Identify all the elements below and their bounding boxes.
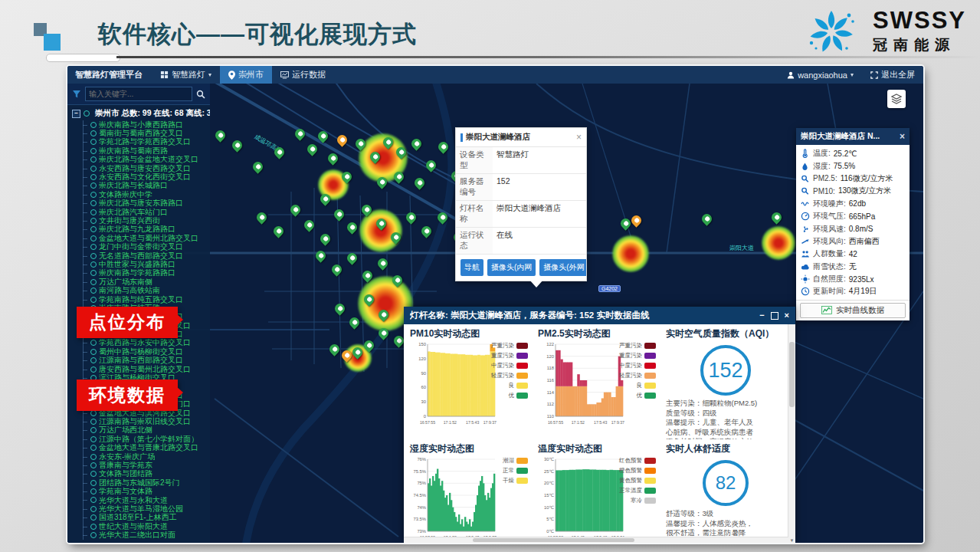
popup-button[interactable]: 导航 xyxy=(461,259,483,276)
svg-text:30: 30 xyxy=(421,399,426,404)
list-item[interactable]: 崇庆北路与金盆地大道交叉口 xyxy=(78,156,210,164)
legend-item: 良 xyxy=(491,382,528,389)
svg-text:17:1:52: 17:1:52 xyxy=(444,420,457,425)
lamp-node-icon xyxy=(90,253,97,259)
svg-text:74.5%: 74.5% xyxy=(414,493,426,498)
popup-row: 设备类型 智慧路灯 xyxy=(456,147,586,174)
scrollbar-thumb[interactable] xyxy=(789,342,795,408)
env-panel-title: 崇阳大道澜峰酒店 N... xyxy=(801,131,900,142)
list-item[interactable]: 崇庆南路与蜀南西路 xyxy=(78,146,210,155)
list-item[interactable]: 永安西路与唐安西路交叉口 xyxy=(78,164,210,172)
list-item[interactable]: 永安东-崇庆广场 xyxy=(78,452,210,461)
nav-menu-running-data[interactable]: 运行数据 xyxy=(272,66,334,84)
list-item[interactable]: 崇庆北路与九龙路路口 xyxy=(78,225,210,234)
list-item[interactable]: 唐安西路与蜀州北路交叉口 xyxy=(78,365,210,373)
list-item[interactable]: 永安西路与文化西街交叉口 xyxy=(78,172,210,181)
popup-button[interactable]: 摄像头(内网 xyxy=(487,259,536,276)
list-item[interactable]: 蜀南街与蜀南西路交叉口 xyxy=(78,129,210,137)
app-brand: 智慧路灯管理平台 xyxy=(67,66,152,84)
env-row-label: 更新时间: xyxy=(813,286,846,297)
list-item[interactable]: 崇庆南路与学苑路路口 xyxy=(78,269,210,278)
nav-menu-city[interactable]: 崇州市 xyxy=(220,66,272,84)
map-layers-button[interactable] xyxy=(887,90,906,108)
list-item[interactable]: 无名道路与西部路交叉口 xyxy=(78,251,210,260)
svg-text:120: 120 xyxy=(546,354,554,359)
list-item[interactable]: 文井街与唐兴西街 xyxy=(78,216,210,225)
list-item[interactable]: 文体路与团结路 xyxy=(78,470,210,478)
list-item[interactable]: 万达广场西北侧 xyxy=(78,426,210,435)
list-item-label: 万达广场东南侧 xyxy=(99,278,152,286)
nav-label: 崇州市 xyxy=(238,69,264,80)
list-item[interactable]: 蜀州中路与杨柳街交叉口 xyxy=(78,347,210,356)
list-item[interactable]: 崇庆北路与唐安东路路口 xyxy=(78,199,210,208)
nav-menu-lamps[interactable]: 智慧路灯 ▾ xyxy=(152,66,220,84)
horizontal-scrollbar[interactable] xyxy=(404,537,788,543)
env-row: 湿度: 75.5% xyxy=(800,159,910,172)
filter-icon[interactable] xyxy=(72,90,81,99)
exit-fullscreen-button[interactable]: 退出全屏 xyxy=(862,66,923,84)
list-item[interactable]: 学苑北路与学苑西路交叉口 xyxy=(78,138,210,146)
realtime-curve-label: 实时曲线数据 xyxy=(836,305,884,316)
list-item[interactable]: 晋康南与学苑东 xyxy=(78,461,210,469)
list-item[interactable]: 团结路与东城国际2号门 xyxy=(78,478,210,487)
close-icon[interactable]: × xyxy=(576,133,582,142)
list-item[interactable]: 光华大道与羊马湿地公园 xyxy=(78,504,210,513)
list-item[interactable]: 学苑南路与纯五路交叉口 xyxy=(78,295,210,304)
logo-text: SWSSY xyxy=(873,8,966,32)
list-item[interactable]: 南河路与高铁站南 xyxy=(78,286,210,294)
env-row-value: 130微克/立方米 xyxy=(838,186,891,196)
scrollbar-thumb[interactable] xyxy=(473,538,634,542)
maximize-icon[interactable] xyxy=(771,312,778,320)
tree-expander-icon[interactable]: − xyxy=(72,110,80,118)
tree-root[interactable]: − 崇州市 总数: 99 在线: 68 离线: 31 xyxy=(67,105,210,120)
list-item[interactable]: 崇庆北路与长城路口 xyxy=(78,182,210,190)
list-item[interactable]: 江源南路与西部路交叉口 xyxy=(78,356,210,365)
env-row-label: 温度: xyxy=(813,148,831,159)
list-item[interactable]: 崇庆南路与小康西路路口 xyxy=(78,120,210,129)
minimize-icon[interactable]: − xyxy=(759,311,764,320)
road-number-badge: G4202 xyxy=(598,285,621,292)
realtime-curve-button[interactable]: 实时曲线数据 xyxy=(800,303,906,318)
env-row-label: 人群数量: xyxy=(813,248,846,259)
svg-text:75%: 75% xyxy=(417,481,426,485)
popup-button[interactable]: 摄像头(外网 xyxy=(539,259,586,276)
lamp-node-icon xyxy=(90,226,97,232)
svg-text:112: 112 xyxy=(547,402,554,406)
sun-icon xyxy=(800,274,810,284)
list-item[interactable]: 金盆地大道与晋康北路交叉口 xyxy=(78,443,210,452)
close-icon[interactable]: × xyxy=(900,132,905,141)
env-row-label: PM10: xyxy=(813,187,835,196)
env-row-value: 116微克/立方米 xyxy=(841,173,893,184)
list-item[interactable]: 学苑南与文体路 xyxy=(78,487,210,495)
legend-item: 优 xyxy=(491,392,528,399)
list-item[interactable]: 江源中路（第七小学斜对面） xyxy=(78,435,210,443)
close-icon[interactable]: × xyxy=(785,311,789,320)
vertical-scrollbar[interactable]: ▼ xyxy=(788,324,795,543)
list-item[interactable]: 世纪大道与崇阳大道 xyxy=(78,522,210,531)
list-item-label: 唐安西路与蜀州北路交叉口 xyxy=(99,365,191,373)
list-item-label: 国道318至F1-上林西工 xyxy=(99,514,177,522)
user-menu[interactable]: wangxiaohua ▾ xyxy=(778,66,862,84)
list-item[interactable]: 中胜世家与兴盛路路口 xyxy=(78,260,210,268)
list-item[interactable]: 崇庆北路汽车站门口 xyxy=(78,208,210,216)
legend-item: 重度污染 xyxy=(491,352,528,360)
list-item[interactable]: 江源南路与崇双旧线交叉口 xyxy=(78,417,210,426)
company-logo: SWSSY 冠南能源 xyxy=(801,5,966,58)
list-item[interactable]: 学苑西路与永安中路交叉口 xyxy=(78,339,210,347)
list-item[interactable]: 光华大道二绕出口对面 xyxy=(78,531,210,539)
popup-row-value: 152 xyxy=(493,174,586,200)
legend-item: 中度污染 xyxy=(491,362,528,370)
search-icon[interactable] xyxy=(196,90,205,99)
scroll-down-icon[interactable]: ▼ xyxy=(788,538,795,543)
env-row-label: 自然照度: xyxy=(813,274,846,284)
search-input[interactable] xyxy=(85,87,192,101)
list-item[interactable]: 国道318至F1-上林西工 xyxy=(78,514,210,522)
list-item-label: 光华大道与永和大道 xyxy=(99,496,168,504)
humidity-chart: 湿度实时动态图 73%73.5%74%74.5%75%75.5%76%16:57… xyxy=(404,439,532,537)
list-item[interactable]: 金盆地大道与蜀州北路交叉口 xyxy=(78,234,210,242)
list-item[interactable]: 文体路崇庆中学 xyxy=(78,190,210,199)
list-item[interactable]: 光华大道与永和大道 xyxy=(78,496,210,504)
popup-row: 服务器编号 152 xyxy=(456,174,586,201)
list-item[interactable]: 万达广场东南侧 xyxy=(78,278,210,286)
list-item[interactable]: 龙门中街与金带街交叉口 xyxy=(78,242,210,251)
